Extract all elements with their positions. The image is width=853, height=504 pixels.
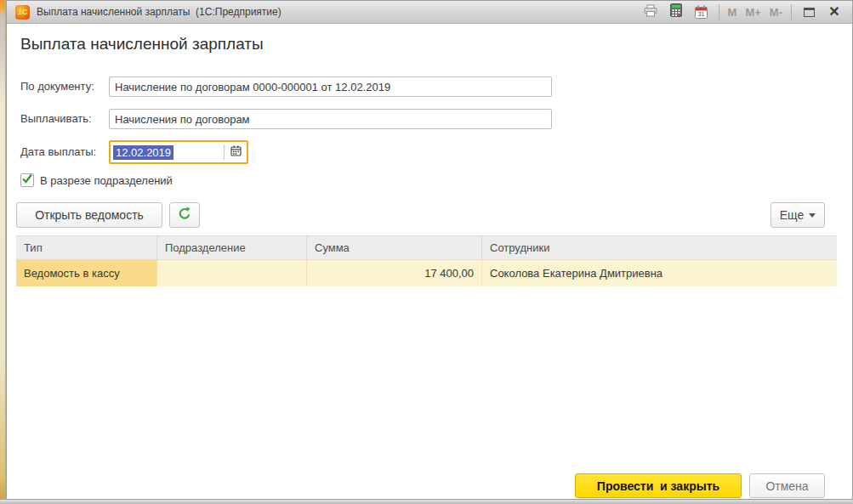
app-background-edge — [0, 0, 6, 500]
titlebar[interactable]: 1С Выплата начисленной зарплаты (1С:Пред… — [7, 1, 852, 24]
calendar-day-label: 31 — [695, 11, 708, 17]
memory-m-minus-button[interactable]: M- — [767, 6, 785, 19]
more-button-label: Еще — [780, 208, 805, 222]
table-header-row: Тип Подразделение Сумма Сотрудники — [16, 235, 837, 260]
cell-employees[interactable]: Соколова Екатерина Дмитриевна — [482, 260, 837, 286]
close-icon: ✕ — [828, 5, 839, 19]
cell-department[interactable] — [157, 260, 307, 286]
titlebar-separator — [791, 4, 792, 20]
checkbox-box[interactable] — [20, 173, 34, 187]
calendar-picker-icon — [230, 144, 242, 160]
screen: 1С Выплата начисленной зарплаты (1С:Пред… — [0, 0, 853, 504]
column-header-employees[interactable]: Сотрудники — [482, 236, 837, 259]
dialog-window: 1С Выплата начисленной зарплаты (1С:Пред… — [6, 0, 853, 500]
1c-logo-icon: 1С — [15, 5, 30, 20]
calendar-icon: 31 — [695, 5, 708, 19]
checkmark-icon — [21, 173, 33, 188]
titlebar-buttons: 31 M M+ M- ✕ — [640, 3, 852, 21]
refresh-icon — [177, 207, 192, 224]
cell-amount[interactable]: 17 400,00 — [307, 260, 482, 286]
by-departments-checkbox[interactable]: В разрезе подразделений — [20, 173, 173, 187]
memory-m-plus-button[interactable]: M+ — [742, 6, 763, 19]
pay-field-label: Выплачивать: — [20, 109, 92, 129]
date-picker-button[interactable] — [225, 142, 247, 162]
document-field-value: Начисление по договорам 0000-000001 от 1… — [115, 81, 390, 93]
column-header-amount[interactable]: Сумма — [307, 236, 482, 259]
cell-type[interactable]: Ведомость в кассу — [16, 260, 157, 286]
pay-field-value: Начисления по договорам — [115, 113, 250, 126]
page-title: Выплата начисленной зарплаты — [20, 35, 264, 54]
document-field[interactable]: Начисление по договорам 0000-000001 от 1… — [109, 76, 552, 97]
calculator-icon — [670, 3, 682, 20]
checkbox-label: В разрезе подразделений — [40, 174, 173, 187]
window-title: Выплата начисленной зарплаты (1С:Предпри… — [37, 6, 640, 18]
pay-field[interactable]: Начисления по договорам — [109, 109, 552, 129]
memory-m-button[interactable]: M — [725, 6, 740, 19]
payout-table: Тип Подразделение Сумма Сотрудники Ведом… — [16, 235, 837, 286]
restore-window-button[interactable] — [798, 3, 820, 21]
post-and-close-button[interactable]: Провести и закрыть — [575, 473, 742, 498]
payment-date-field[interactable]: 12.02.2019 — [109, 140, 248, 164]
calculator-button[interactable] — [665, 3, 687, 21]
cancel-button[interactable]: Отмена — [749, 473, 825, 498]
refresh-button[interactable] — [169, 202, 200, 228]
restore-icon — [804, 8, 815, 17]
printer-icon — [643, 4, 658, 20]
chevron-down-icon — [809, 213, 816, 218]
calendar-button[interactable]: 31 — [691, 3, 713, 21]
more-button[interactable]: Еще — [771, 202, 825, 228]
table-row[interactable]: Ведомость в кассу 17 400,00 Соколова Ека… — [16, 260, 837, 286]
date-field-label: Дата выплаты: — [20, 142, 96, 162]
window-bottom-edge — [0, 500, 853, 504]
document-field-label: По документу: — [20, 76, 94, 97]
titlebar-separator — [719, 4, 719, 20]
open-sheet-button[interactable]: Открыть ведомость — [16, 202, 162, 228]
print-button[interactable] — [640, 3, 662, 21]
date-field-value: 12.02.2019 — [113, 145, 173, 160]
column-header-department[interactable]: Подразделение — [157, 236, 307, 259]
close-window-button[interactable]: ✕ — [823, 3, 845, 21]
column-header-type[interactable]: Тип — [16, 236, 157, 259]
